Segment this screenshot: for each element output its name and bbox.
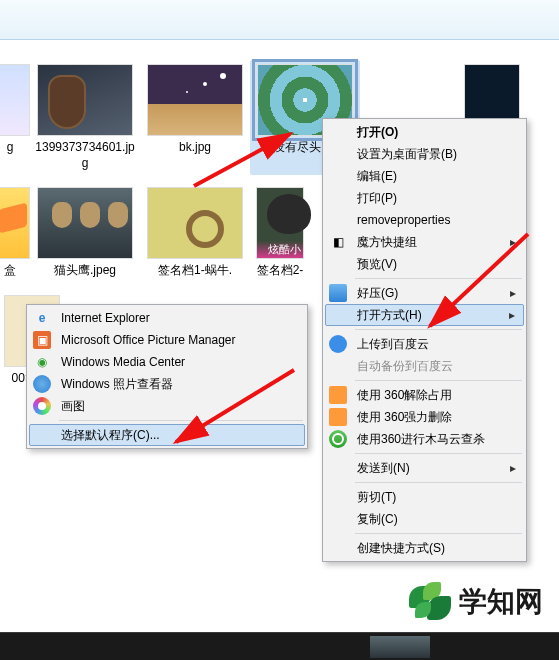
menu-open-with[interactable]: 打开方式(H) <box>325 304 524 326</box>
openwith-ie[interactable]: eInternet Explorer <box>29 307 305 329</box>
menu-open[interactable]: 打开(O) <box>325 121 524 143</box>
thumbnail <box>37 64 133 136</box>
file-caption: 1399373734601.jpg <box>34 140 136 171</box>
menu-removeproperties[interactable]: removeproperties <box>325 209 524 231</box>
menu-360-scan[interactable]: 使用360进行木马云查杀 <box>325 428 524 450</box>
file-item[interactable]: 签名档1-蜗牛. <box>140 183 250 283</box>
file-item[interactable]: 猫头鹰.jpeg <box>30 183 140 283</box>
leaf-icon <box>409 582 453 622</box>
menu-baidu-auto: 自动备份到百度云 <box>325 355 524 377</box>
delete-icon <box>329 408 347 426</box>
menu-cut[interactable]: 剪切(T) <box>325 486 524 508</box>
thumbnail <box>147 187 243 259</box>
file-caption: bk.jpg <box>144 140 246 156</box>
file-caption: 签名档1-蜗牛. <box>144 263 246 279</box>
photo-viewer-icon <box>33 375 51 393</box>
menu-preview[interactable]: 预览(V) <box>325 253 524 275</box>
openwith-wmc[interactable]: ◉Windows Media Center <box>29 351 305 373</box>
haozip-icon <box>329 284 347 302</box>
paint-icon <box>33 397 51 415</box>
menu-send-to[interactable]: 发送到(N) <box>325 457 524 479</box>
menu-edit[interactable]: 编辑(E) <box>325 165 524 187</box>
thumbnail <box>147 64 243 136</box>
filmstrip <box>0 632 559 660</box>
menu-set-wallpaper[interactable]: 设置为桌面背景(B) <box>325 143 524 165</box>
file-caption: 盒 <box>0 263 26 279</box>
menu-create-shortcut[interactable]: 创建快捷方式(S) <box>325 537 524 559</box>
file-item[interactable]: 1399373734601.jpg <box>30 60 140 175</box>
menu-haozip[interactable]: 好压(G) <box>325 282 524 304</box>
watermark-logo: 学知网 <box>409 582 543 622</box>
file-item[interactable]: bk.jpg <box>140 60 250 175</box>
context-menu-main: 打开(O) 设置为桌面背景(B) 编辑(E) 打印(P) removeprope… <box>322 118 527 562</box>
openwith-mspicture[interactable]: ▣Microsoft Office Picture Manager <box>29 329 305 351</box>
ie-icon: e <box>33 309 51 327</box>
ms-picture-icon: ▣ <box>33 331 51 349</box>
file-caption: 签名档2- <box>254 263 306 279</box>
file-caption: g <box>0 140 26 156</box>
file-item[interactable]: g <box>0 60 30 175</box>
file-caption: 猫头鹰.jpeg <box>34 263 136 279</box>
menu-copy[interactable]: 复制(C) <box>325 508 524 530</box>
openwith-paint[interactable]: 画图 <box>29 395 305 417</box>
baidu-icon <box>329 335 347 353</box>
openwith-winphoto[interactable]: Windows 照片查看器 <box>29 373 305 395</box>
menu-360-unlock[interactable]: 使用 360解除占用 <box>325 384 524 406</box>
unlock-icon <box>329 386 347 404</box>
openwith-choose-default[interactable]: 选择默认程序(C)... <box>29 424 305 446</box>
explorer-toolbar <box>0 0 559 40</box>
context-menu-open-with: eInternet Explorer ▣Microsoft Office Pic… <box>26 304 308 449</box>
thumbnail <box>256 187 304 259</box>
menu-baidu-upload[interactable]: 上传到百度云 <box>325 333 524 355</box>
thumbnail <box>37 187 133 259</box>
shield-360-icon <box>329 430 347 448</box>
watermark-text: 学知网 <box>459 583 543 621</box>
file-item[interactable]: 签名档2- <box>250 183 310 283</box>
menu-magic-quick[interactable]: ◧魔方快捷组 <box>325 231 524 253</box>
menu-360-force-delete[interactable]: 使用 360强力删除 <box>325 406 524 428</box>
file-item[interactable]: 盒 <box>0 183 30 283</box>
wmc-icon: ◉ <box>33 353 51 371</box>
cube-icon: ◧ <box>329 233 347 251</box>
thumbnail <box>0 64 30 136</box>
menu-print[interactable]: 打印(P) <box>325 187 524 209</box>
thumbnail <box>0 187 30 259</box>
